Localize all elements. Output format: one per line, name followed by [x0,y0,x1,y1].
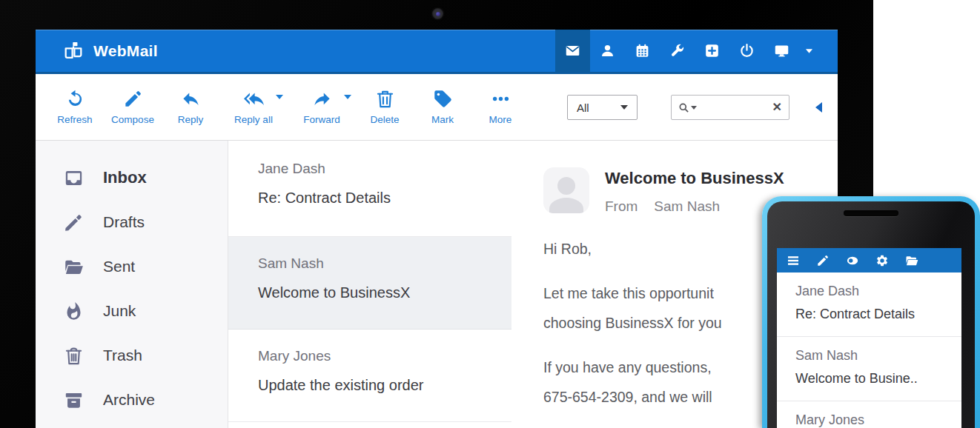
reply-all-label: Reply all [234,114,273,125]
wrench-icon [669,43,685,58]
message-row-sam-nash[interactable]: Sam Nash Welcome to BusinessX [228,237,511,330]
refresh-button[interactable]: Refresh [46,80,104,135]
sidebar-item-sent[interactable]: Sent [36,244,228,289]
phone-message-row-jane-dash[interactable]: Jane Dash Re: Contract Details [777,272,961,337]
message-subject: Re: Contract Details [258,190,497,207]
search-options-button[interactable] [678,102,697,113]
add-module-button[interactable] [695,30,729,72]
message-subject: Update the existing order [258,377,497,394]
reply-all-button[interactable]: Reply all [219,80,288,135]
sidebar-label-junk: Junk [103,302,136,320]
search-input[interactable] [697,98,772,117]
eye-icon[interactable] [846,254,859,267]
message-list: Jane Dash Re: Contract Details Sam Nash … [228,141,511,428]
message-sender: Mary Jones [258,348,497,364]
mark-label: Mark [431,114,454,125]
archive-box-icon [64,390,84,410]
phone-earpiece [844,210,898,216]
settings-tools-button[interactable] [660,30,695,72]
sidebar-item-archive[interactable]: Archive [36,378,228,422]
phone-message-subject: Welcome to Busine.. [795,371,954,387]
phone-message-row-mary-jones[interactable]: Mary Jones [777,401,961,428]
folder-open-icon[interactable] [905,254,918,267]
email-subject: Welcome to BusinessX [605,169,784,188]
sidebar-label-drafts: Drafts [103,213,145,231]
display-mode-button[interactable] [764,30,799,72]
app-title: WebMail [93,42,158,60]
search-caret-icon [691,106,697,110]
tag-icon [433,89,453,109]
message-sender: Jane Dash [258,161,497,177]
forward-label: Forward [303,114,340,125]
settings-gear-icon[interactable] [875,254,889,267]
webcam [432,8,443,19]
app-header: WebMail [36,30,838,74]
pencil-icon [64,213,84,233]
compose-button[interactable]: Compose [104,80,162,135]
phone-message-sender: Mary Jones [795,412,954,428]
menu-icon[interactable] [787,254,800,267]
phone-toolbar [777,248,961,272]
more-button[interactable]: More [471,80,529,135]
filter-caret-icon [620,105,628,110]
flame-icon [64,301,84,321]
folder-open-icon [64,257,84,277]
calendar-icon [635,43,650,58]
collapse-pane-arrow[interactable] [815,102,822,113]
header-more-dropdown[interactable] [799,30,818,72]
webmail-app: WebMail [36,30,838,428]
sidebar-item-inbox[interactable]: Inbox [36,156,228,200]
refresh-label: Refresh [57,114,92,125]
email-from-row: From Sam Nash [605,198,784,215]
sidebar-label-sent: Sent [103,258,135,275]
more-label: More [489,114,512,125]
search-clear-icon[interactable]: ✕ [772,101,782,113]
reply-all-caret-icon [276,95,283,99]
calendar-button[interactable] [625,30,660,72]
avatar-silhouette [557,177,575,195]
delete-button[interactable]: Delete [356,80,414,135]
reply-all-icon [244,89,264,109]
forward-button[interactable]: Forward [288,80,356,135]
monitor-icon [774,43,789,58]
reply-label: Reply [178,114,204,125]
compose-label: Compose [111,114,154,125]
sidebar-label-trash: Trash [103,347,142,364]
compose-icon[interactable] [816,254,830,267]
sidebar-item-trash[interactable]: Trash [36,333,228,378]
mail-filter-dropdown[interactable]: All [567,95,638,120]
from-sender: Sam Nash [654,198,720,215]
refresh-icon [65,89,85,109]
mail-filter-value: All [577,101,589,114]
main-area: Inbox Drafts Sent [36,141,838,428]
plus-square-icon [704,43,720,58]
power-icon [739,43,755,58]
message-row-mary-jones[interactable]: Mary Jones Update the existing order [228,330,511,422]
phone-message-subject: Re: Contract Details [795,307,954,322]
brand: WebMail [62,40,158,62]
reply-icon [181,89,201,109]
inbox-icon [64,168,84,188]
logout-button[interactable] [729,30,764,72]
sidebar-label-inbox: Inbox [103,168,147,187]
contacts-button[interactable] [590,30,625,72]
folder-sidebar: Inbox Drafts Sent [36,141,228,428]
search-box: ✕ [671,95,789,120]
trash-outline-icon [64,346,84,366]
caret-down-icon [805,47,813,55]
phone-message-row-sam-nash[interactable]: Sam Nash Welcome to Busine.. [777,337,961,401]
header-icon-bar [555,30,818,72]
mark-button[interactable]: Mark [414,80,471,135]
message-sender: Sam Nash [258,255,497,272]
message-row-jane-dash[interactable]: Jane Dash Re: Contract Details [228,141,511,237]
sidebar-item-junk[interactable]: Junk [36,289,228,333]
mail-module-button[interactable] [555,30,590,72]
from-label: From [605,198,638,215]
reply-button[interactable]: Reply [162,80,219,135]
phone-mockup: Jane Dash Re: Contract Details Sam Nash … [762,196,980,428]
webmail-logo-icon [62,40,85,62]
sidebar-item-drafts[interactable]: Drafts [36,200,228,244]
forward-icon [312,89,332,109]
sidebar-label-archive: Archive [103,391,155,409]
delete-label: Delete [370,114,399,125]
